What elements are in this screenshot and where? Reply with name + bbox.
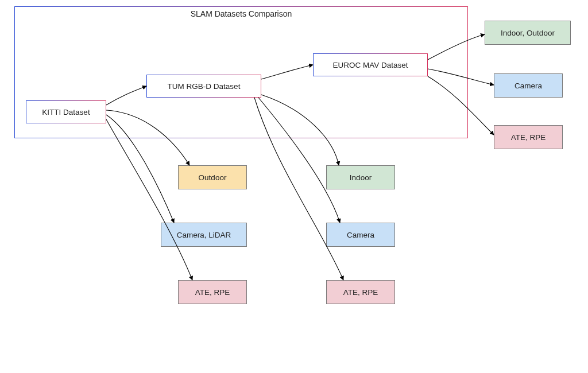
node-label: EUROC MAV Dataset: [332, 61, 408, 69]
node-kitti-environment: Outdoor: [178, 165, 247, 189]
node-tum-metric: ATE, RPE: [326, 280, 395, 304]
node-label: Indoor: [350, 173, 372, 182]
node-tum-sensor: Camera: [326, 223, 395, 247]
node-label: ATE, RPE: [343, 288, 378, 297]
node-tum-environment: Indoor: [326, 165, 395, 189]
node-label: Camera: [514, 81, 542, 90]
node-tum-dataset: TUM RGB-D Dataset: [146, 75, 261, 98]
edge-kitti-to-kitti_metric: [106, 119, 192, 280]
node-label: KITTI Dataset: [42, 108, 90, 116]
node-kitti-metric: ATE, RPE: [178, 280, 247, 304]
diagram-title: SLAM Datasets Comparison: [15, 9, 467, 18]
node-label: Outdoor: [199, 173, 227, 182]
node-euroc-metric: ATE, RPE: [494, 125, 563, 149]
node-label: TUM RGB-D Dataset: [168, 82, 241, 91]
node-label: ATE, RPE: [195, 288, 230, 297]
node-kitti-dataset: KITTI Dataset: [26, 100, 106, 123]
node-euroc-environment: Indoor, Outdoor: [485, 21, 571, 45]
node-label: Indoor, Outdoor: [501, 29, 555, 37]
node-label: ATE, RPE: [511, 133, 546, 142]
node-label: Camera, LiDAR: [177, 231, 231, 239]
node-euroc-sensor: Camera: [494, 73, 563, 98]
node-kitti-sensor: Camera, LiDAR: [161, 223, 247, 247]
node-euroc-dataset: EUROC MAV Dataset: [313, 53, 428, 76]
node-label: Camera: [347, 231, 374, 239]
